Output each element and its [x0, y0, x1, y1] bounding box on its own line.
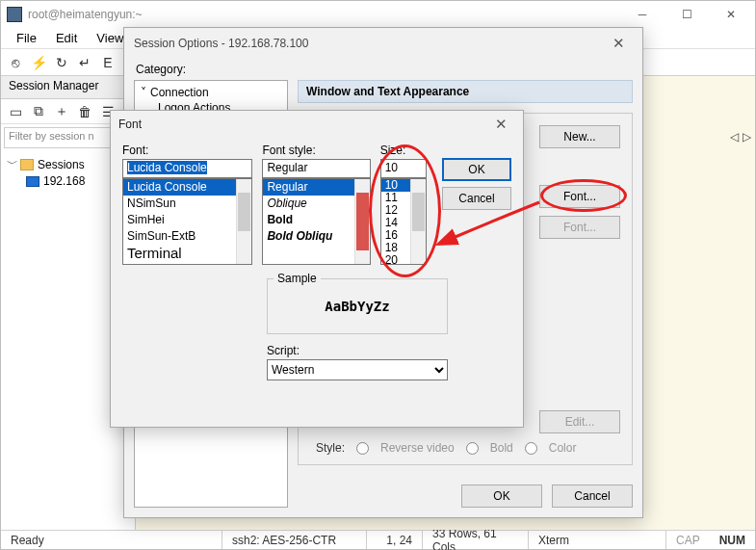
font-size-input[interactable]: 10: [380, 159, 427, 178]
menu-file[interactable]: File: [9, 29, 44, 47]
script-label: Script:: [267, 344, 448, 357]
tree-expand-icon[interactable]: ﹀: [7, 156, 16, 172]
toolbar-settings-icon[interactable]: E: [99, 54, 117, 71]
status-ready: Ready: [1, 531, 222, 549]
toolbar-enter-icon[interactable]: ↵: [76, 54, 93, 71]
font-button-disabled: Font...: [539, 216, 620, 239]
nav-right-icon[interactable]: ▷: [743, 130, 751, 144]
tree-connection[interactable]: Connection: [150, 86, 209, 99]
toolbar-connect-icon[interactable]: ⎋: [7, 54, 24, 71]
sample-box: Sample AaBbYyZz: [267, 278, 448, 334]
font-item[interactable]: SimHei: [123, 212, 251, 228]
font-style-input[interactable]: Regular: [262, 159, 370, 178]
tree-expand-icon[interactable]: ˅: [141, 86, 146, 99]
scrollbar[interactable]: [410, 179, 426, 264]
scrollbar[interactable]: [354, 179, 370, 264]
sess-tool-del[interactable]: 🗑: [76, 103, 93, 120]
menu-edit[interactable]: Edit: [48, 29, 85, 47]
font-item[interactable]: SimSun-ExtB: [123, 228, 251, 245]
session-options-cancel-button[interactable]: Cancel: [552, 485, 633, 508]
font-button[interactable]: Font...: [539, 185, 620, 208]
session-manager-tab[interactable]: Session Manager: [1, 76, 135, 99]
status-term: Xterm: [529, 531, 666, 549]
font-item[interactable]: Terminal: [123, 245, 251, 261]
style-color-radio[interactable]: [525, 442, 537, 455]
font-name-list[interactable]: Lucida Console NSimSun SimHei SimSun-Ext…: [122, 178, 252, 265]
font-name-label: Font:: [122, 144, 252, 157]
font-cancel-button[interactable]: Cancel: [442, 187, 511, 210]
script-select[interactable]: Western: [267, 359, 448, 380]
toolbar-reconnect-icon[interactable]: ↻: [53, 54, 70, 71]
font-item[interactable]: Lucida Console: [123, 179, 251, 196]
style-bold-radio[interactable]: [466, 442, 479, 455]
style-reverse-radio[interactable]: [356, 442, 369, 455]
font-size-label: Size:: [380, 144, 427, 157]
session-options-close-icon[interactable]: ✕: [605, 33, 633, 54]
font-ok-button[interactable]: OK: [442, 158, 511, 181]
sess-tool-2[interactable]: ⧉: [30, 103, 47, 120]
font-size-list[interactable]: 10 11 12 14 16 18 20: [380, 178, 427, 265]
section-header: Window and Text Appearance: [298, 80, 633, 103]
folder-icon: [20, 159, 34, 170]
tree-root-label: Sessions: [38, 158, 85, 171]
app-icon: [7, 7, 22, 22]
new-button[interactable]: New...: [539, 125, 620, 148]
category-label: Category:: [136, 63, 633, 76]
font-dialog: Font ✕ Font: Lucida Console Lucida Conso…: [110, 110, 524, 428]
status-ssh: ssh2: AES-256-CTR: [222, 531, 367, 549]
status-size: 33 Rows, 61 Cols: [423, 531, 529, 549]
font-dialog-title: Font: [118, 118, 487, 131]
toolbar-quick-icon[interactable]: ⚡: [30, 54, 47, 71]
session-options-ok-button[interactable]: OK: [461, 485, 542, 508]
minimize-button[interactable]: ─: [620, 1, 665, 28]
session-options-title: Session Options - 192.168.78.100: [134, 37, 605, 50]
status-num: NUM: [710, 531, 755, 549]
font-dialog-close-icon[interactable]: ✕: [487, 114, 515, 135]
status-pos: 1, 24: [367, 531, 423, 549]
scrollbar[interactable]: [236, 179, 251, 264]
terminal-icon: [26, 176, 39, 187]
style-label: Style:: [316, 441, 345, 455]
sample-text: AaBbYyZz: [268, 279, 447, 333]
font-name-input[interactable]: Lucida Console: [122, 159, 252, 178]
edit-button: Edit...: [539, 410, 620, 433]
close-button[interactable]: ✕: [709, 1, 753, 28]
font-style-label: Font style:: [262, 144, 370, 157]
font-item[interactable]: NSimSun: [123, 196, 251, 212]
maximize-button[interactable]: ☐: [665, 1, 709, 28]
window-title: root@heimatengyun:~: [28, 8, 620, 21]
sess-tool-add[interactable]: ＋: [53, 103, 70, 120]
sess-tool-1[interactable]: ▭: [7, 103, 24, 120]
status-cap: CAP: [666, 531, 710, 549]
font-style-list[interactable]: Regular Oblique Bold Bold Obliqu: [262, 178, 370, 265]
nav-left-icon[interactable]: ◁: [730, 130, 739, 144]
tree-item-label: 192.168: [43, 174, 85, 188]
